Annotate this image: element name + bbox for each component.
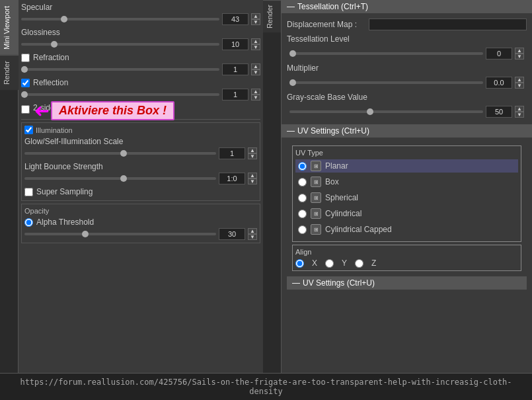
mini-viewport-tab[interactable]: Mini Viewport [0,0,19,55]
align-x-radio[interactable] [295,259,304,268]
tessellation-title: Tessellation (Ctrl+T) [297,2,368,11]
alpha-threshold-radio[interactable] [24,218,33,227]
align-y-label: Y [342,259,347,268]
opacity-up[interactable]: ▲ [248,228,257,234]
opacity-spin: ▲ ▼ [248,228,257,240]
multiplier-label: Multiplier [287,63,366,73]
activate-text: Aktiviere this Box ! [59,104,167,117]
tessellation-level-slider[interactable] [289,52,483,55]
left-panel: Specular ▲ ▼ Glossiness [19,0,263,373]
grayscale-up[interactable]: ▲ [515,106,524,112]
multiplier-up[interactable]: ▲ [515,77,524,83]
grayscale-down[interactable]: ▼ [515,112,524,118]
refraction-down[interactable]: ▼ [251,69,260,75]
glossiness-up[interactable]: ▲ [251,38,260,44]
uv-cylindrical-capped-row[interactable]: ⊞ Cylindrical Capped [295,223,518,236]
tessellation-level-up[interactable]: ▲ [515,48,524,54]
glow-input[interactable] [219,147,245,159]
light-bounce-slider[interactable] [24,177,216,180]
refraction-row: Refraction ▲ ▼ [21,53,260,75]
glow-slider[interactable] [24,152,216,155]
uv-box-radio[interactable] [298,178,307,186]
tessellation-level-down[interactable]: ▼ [515,54,524,60]
glow-up[interactable]: ▲ [248,147,257,153]
specular-up[interactable]: ▲ [251,13,260,19]
specular-row: Specular ▲ ▼ [21,3,260,25]
uv-spherical-row[interactable]: ⊞ Spherical [295,191,518,204]
grayscale-slider[interactable] [289,110,483,113]
uv-box-row[interactable]: ⊞ Box [295,175,518,188]
opacity-slider[interactable] [24,233,216,235]
glow-down[interactable]: ▼ [248,153,257,159]
align-z-radio[interactable] [355,259,363,268]
two-sided-section: 2-sided ➜ Aktiviere this Box ! [21,103,260,114]
illumination-label: Illumination [36,126,73,134]
reflection-label: Reflection [33,78,68,87]
uv-spherical-label: Spherical [325,193,358,202]
reflection-checkbox[interactable] [21,79,30,87]
light-bounce-input[interactable] [219,173,245,184]
light-bounce-row: Light Bounce Strength ▲ ▼ [24,162,257,184]
right-panel: — Tessellation (Ctrl+T) Displacement Map… [282,0,532,373]
refraction-checkbox[interactable] [21,54,30,62]
render-tab[interactable]: Render [0,55,19,90]
refraction-slider[interactable] [21,68,219,71]
uv-settings-bottom-header[interactable]: — UV Settings (Ctrl+U) [287,276,527,290]
align-z-label: Z [371,259,376,268]
light-bounce-label: Light Bounce Strength [24,162,257,171]
multiplier-input[interactable] [486,77,512,89]
opacity-down[interactable]: ▼ [248,234,257,240]
glossiness-slider[interactable] [21,43,219,46]
advanced-section: Illumination Glow/Self-Illumination Scal… [21,122,260,201]
uv-box-label: Box [325,177,339,186]
super-sampling-checkbox[interactable] [24,188,33,196]
glossiness-down[interactable]: ▼ [251,44,260,50]
tessellation-level-input[interactable] [486,48,512,60]
uv-planar-radio[interactable] [298,162,307,171]
grayscale-input[interactable] [486,106,512,118]
uv-settings-header[interactable]: — UV Settings (Ctrl+U) [282,124,532,138]
opacity-section: Opacity Alpha Threshold ▲ ▼ [21,204,260,243]
uv-settings-section: — UV Settings (Ctrl+U) UV Type ⊞ Planar [282,124,532,295]
uv-cylindrical-capped-radio[interactable] [298,225,307,234]
align-x-label: X [312,259,317,268]
uv-spherical-radio[interactable] [298,194,307,202]
reflection-up[interactable]: ▲ [251,89,260,95]
light-bounce-spin: ▲ ▼ [248,173,257,184]
tessellation-collapse-icon: — [287,2,295,11]
uv-planar-row[interactable]: ⊞ Planar [295,159,518,173]
alpha-threshold-label: Alpha Threshold [36,218,94,227]
url-bar: https://forum.reallusion.com/425756/Sail… [0,373,532,400]
displacement-map-input[interactable] [369,19,527,30]
glossiness-row: Glossiness ▲ ▼ [21,28,260,50]
uv-cylindrical-capped-label: Cylindrical Capped [325,225,392,234]
super-sampling-label: Super Sampling [36,187,93,196]
uv-cylindrical-label: Cylindrical [325,209,361,218]
render-tab-middle[interactable]: Render [263,0,281,32]
specular-input[interactable] [222,13,248,25]
specular-slider[interactable] [21,18,219,20]
uv-settings-bottom-title: UV Settings (Ctrl+U) [303,278,375,288]
uv-cylindrical-radio[interactable] [298,210,307,218]
two-sided-checkbox[interactable] [21,105,30,114]
align-section: Align X Y Z [292,245,521,271]
illumination-checkbox[interactable] [24,126,33,134]
multiplier-down[interactable]: ▼ [515,83,524,89]
glow-label: Glow/Self-Illumination Scale [24,137,257,146]
specular-down[interactable]: ▼ [251,19,260,25]
glossiness-input[interactable] [222,38,248,50]
align-y-radio[interactable] [325,259,334,268]
glossiness-label: Glossiness [21,28,260,37]
multiplier-slider[interactable] [289,81,483,84]
uv-cylindrical-row[interactable]: ⊞ Cylindrical [295,207,518,220]
grayscale-label: Gray-scale Base Value [287,93,367,102]
reflection-input[interactable] [222,89,248,100]
light-bounce-down[interactable]: ▼ [248,179,257,184]
tessellation-header[interactable]: — Tessellation (Ctrl+T) [282,0,532,13]
refraction-input[interactable] [222,63,248,75]
refraction-up[interactable]: ▲ [251,63,260,69]
reflection-down[interactable]: ▼ [251,95,260,100]
opacity-input[interactable] [219,228,245,240]
light-bounce-up[interactable]: ▲ [248,173,257,179]
reflection-slider[interactable] [21,93,219,96]
